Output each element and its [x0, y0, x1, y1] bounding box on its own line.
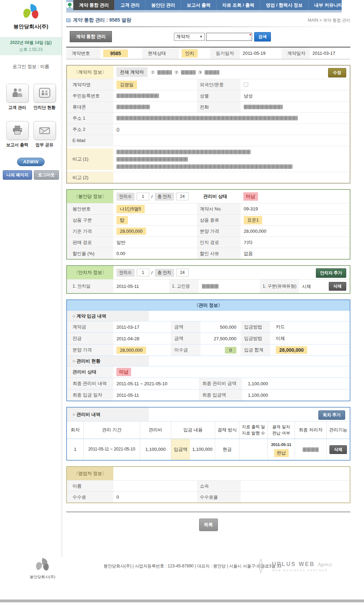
company-logo — [0, 3, 62, 22]
edit-button[interactable]: 수정 — [328, 68, 346, 77]
search-field-select[interactable]: 계약자 ▼ — [174, 33, 205, 41]
foreign-checkbox[interactable] — [244, 82, 248, 87]
logout-button[interactable]: 로그아웃 — [34, 170, 59, 180]
sale-price: 28,000,000 — [241, 226, 350, 237]
nav-tab-customer-management[interactable]: 고객 관리 — [114, 0, 145, 10]
section-title: 〈봉안당 정보〉 — [67, 190, 113, 203]
info-row: 주소 2 () — [67, 124, 350, 135]
nav-tab-report-print[interactable]: 보고서 출력 — [181, 0, 216, 10]
search-input[interactable] — [206, 33, 252, 41]
info-row: 판매 경로 일반 인지 경로 기타 — [67, 237, 350, 248]
contract-doc-no: 09-319 — [241, 203, 350, 214]
redacted-mobile — [116, 105, 150, 109]
contract-no-value: 9585 — [103, 50, 128, 57]
table-row: 1 2011-05-11 ~ 2021-05-10 1,100,000 입금액 … — [67, 439, 350, 460]
agent-name — [113, 481, 197, 491]
fee-history-table: 회차 관리 기간 관리비 입금 내용 결제 방식 지로 출력 일지로 발행 수 … — [67, 422, 350, 460]
page-icon — [66, 18, 70, 22]
base-price: 28,000,000 — [116, 228, 146, 235]
deposit-row: 계약금 2011-03-17 금액 500,000 입금방법 카드 — [67, 321, 350, 333]
fee-status-row: 관리비 상태 미납 — [67, 366, 350, 378]
section-title: 〈계약자 정보〉 — [67, 66, 113, 79]
title-divider — [66, 26, 350, 27]
deposit-label: 입금액 — [171, 439, 190, 460]
redacted-co-contractor-2 — [181, 70, 196, 75]
nav-tab-community[interactable]: 내부 커뮤니티 — [308, 0, 348, 10]
nav-tab-contract-management[interactable]: 계약 통합 관리 — [73, 0, 114, 10]
address2-value: () — [113, 124, 350, 135]
current-date: 2022년 08월 14일 (일) — [0, 40, 62, 46]
nav-home[interactable] — [66, 0, 73, 10]
info-row: 주민등록번호 성별 남성 — [67, 90, 350, 101]
printer-icon — [12, 125, 23, 136]
balance-date: 2011-04-28 — [113, 333, 171, 344]
current-time: 오후 1:55:23 — [0, 47, 62, 53]
contract-no-label: 계약번호 — [66, 47, 100, 59]
info-row: 주소 1 — [67, 112, 350, 124]
redacted-co-contractor-1 — [157, 70, 172, 75]
email-value — [113, 135, 350, 146]
redacted-note-line — [116, 157, 188, 162]
co-contractor-number: ② — [174, 70, 179, 75]
nav-strip — [66, 10, 342, 13]
redacted-phone — [244, 105, 283, 109]
note2-value — [113, 172, 350, 183]
status-badge: 안치 — [182, 49, 198, 58]
info-row: 비고 (1) — [67, 146, 350, 172]
home-tree-icon — [66, 2, 73, 8]
nav-tab-niche-management[interactable]: 봉안단 관리 — [145, 0, 181, 10]
total-count-value: 24 — [176, 193, 189, 200]
fee-status-badge: 미납 — [116, 368, 131, 376]
section-title: 〈안치자 정보〉 — [67, 266, 113, 279]
top-navigation: 계약 통합 관리 고객 관리 봉안단 관리 보고서 출력 자료 조회 / 출력 … — [66, 0, 342, 10]
receivable-amount: 0 — [225, 347, 236, 353]
search-button[interactable]: 검색 — [254, 32, 271, 42]
redacted-note-line — [116, 164, 293, 169]
shortcut-report-print[interactable]: 보고서 출력 — [6, 116, 29, 148]
contract-date-value: 2011-03-17 — [310, 47, 350, 59]
module-button[interactable]: 계약 통합 관리 — [70, 31, 112, 42]
breadcrumb: MAIN > 계약 통합 관리 — [308, 17, 350, 23]
bottom-bar — [0, 600, 364, 602]
interred-row: 1. 안치일 2011-05-11 1. 고인명 1. 구분(유해유형) 시체 … — [67, 279, 350, 293]
delete-interred-button[interactable]: 삭제 — [329, 282, 346, 291]
partner-ornament-icon — [253, 558, 268, 575]
admin-button[interactable]: ADMIN — [17, 158, 44, 166]
add-installment-button[interactable]: 회차 추가 — [318, 410, 345, 420]
footer-company-name: 봉안당회사(주) — [22, 574, 63, 580]
toolbar: 계약 통합 관리 계약자 ▼ * 검색 — [66, 31, 350, 42]
last-fee-period: 2011-05-11 ~ 2021-05-10 — [113, 378, 199, 389]
datetime-box: 2022년 08월 14일 (일) 오후 1:55:23 — [0, 37, 62, 55]
customers-icon — [12, 88, 23, 99]
deposit-row: 분양 가격 28,000,000 미수금 0 입금 합계 28,000,000 — [67, 344, 350, 356]
list-button[interactable]: 목록 — [199, 519, 218, 531]
balance-amount: 27,500,000 — [200, 333, 241, 344]
section-title: 〈관리 정보〉 — [67, 300, 350, 311]
section-title: 〈영업자 정보〉 — [67, 467, 113, 480]
contract-date-label: 계약일자 — [282, 47, 310, 59]
niche-info-section: 〈봉안당 정보〉 안치수 1 / 총 안치 24 관리비 상태 미납 봉안번호 … — [66, 189, 350, 260]
mypage-button[interactable]: 나의 페이지 — [3, 170, 32, 180]
shortcut-customers[interactable]: 고객 관리 — [6, 78, 29, 111]
info-row: 수수료 0 수수료율 — [67, 491, 350, 502]
shortcut-enshrinement-status[interactable]: 안치단 현황 — [33, 78, 56, 111]
info-row: 휴대폰 전화 — [67, 101, 350, 112]
add-interred-button[interactable]: 안치자 추가 — [316, 268, 346, 278]
delete-installment-button[interactable]: 삭제 — [329, 445, 347, 454]
all-contractors-chip: 전체 계약자 — [116, 67, 147, 77]
redacted-handler — [303, 447, 319, 452]
redacted-note-line — [116, 150, 251, 154]
nav-tab-data-inquiry[interactable]: 자료 조회 / 출력 — [216, 0, 260, 10]
mail-icon — [39, 125, 51, 136]
info-row: 상품 구분 탑 상품 종류 표준1 — [67, 214, 350, 225]
co-contractor-number: ③ — [198, 70, 202, 75]
info-row: 이름 소속 — [67, 480, 350, 491]
last-fee-amount: 1,100,000 — [242, 378, 350, 389]
fee-period: 2011-05-11 ~ 2021-05-10 — [84, 439, 140, 460]
fee-status-badge: 미납 — [243, 192, 258, 201]
shortcut-work-share[interactable]: 업무 공유 — [33, 116, 56, 148]
nav-tab-sales-partner-info[interactable]: 영업 / 협력사 정보 — [260, 0, 308, 10]
sales-agent-section: 〈영업자 정보〉 이름 소속 수수료 0 수수료율 — [66, 466, 350, 503]
sidebar: 봉안당회사(주) 2022년 08월 14일 (일) 오후 1:55:23 로그… — [0, 0, 62, 557]
shortcut-label: 고객 관리 — [6, 105, 29, 111]
